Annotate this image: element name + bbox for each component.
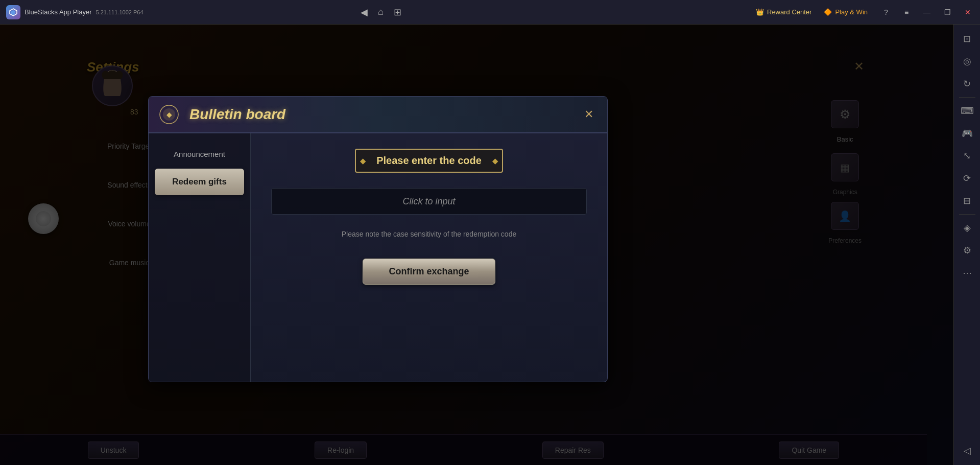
gamepad-icon[interactable]: 🎮: [957, 123, 977, 144]
play-win-label: Play & Win: [835, 8, 868, 16]
modal-body: Announcement Redeem gifts Please enter t…: [149, 133, 607, 382]
nav-tabs-icon[interactable]: ⊞: [394, 7, 401, 18]
right-sidebar: ⊡ ◎ ↻ ⌨ 🎮 ⤡ ⟳ ⊟ ◈ ⚙ ⋯ ◁: [953, 25, 980, 465]
svg-marker-1: [11, 10, 15, 15]
camera-icon[interactable]: ◎: [957, 51, 977, 72]
minimize-button[interactable]: —: [919, 4, 935, 20]
collapse-icon[interactable]: ◁: [957, 440, 977, 461]
code-input-wrapper: Click to input: [271, 188, 587, 215]
titlebar-nav: ◀ ⌂ ⊞: [352, 7, 410, 18]
bulletin-modal: ◆ Bulletin board ✕ Announcement Redeem g…: [148, 96, 608, 382]
sidebar-divider-2: [959, 214, 975, 215]
reward-center-button[interactable]: 👑 Reward Center: [750, 6, 818, 18]
layers-icon[interactable]: ⊟: [957, 191, 977, 211]
modal-title: Bulletin board: [189, 106, 285, 123]
reward-center-label: Reward Center: [767, 8, 811, 16]
close-button[interactable]: ✕: [960, 4, 976, 20]
more-icon[interactable]: ⋯: [957, 263, 977, 283]
screenshot-icon[interactable]: ⊡: [957, 29, 977, 49]
play-win-icon: 🔶: [824, 8, 832, 16]
sidebar-divider-1: [959, 97, 975, 98]
code-note: Please note the case sensitivity of the …: [342, 230, 516, 238]
app-name: BlueStacks App Player: [25, 8, 92, 16]
titlebar: BlueStacks App Player 5.21.111.1002 P64 …: [0, 0, 980, 25]
tab-announcement[interactable]: Announcement: [155, 144, 244, 165]
keyboard-icon[interactable]: ⌨: [957, 101, 977, 121]
modal-close-button[interactable]: ✕: [581, 106, 597, 123]
header-decoration: ◆: [159, 104, 179, 125]
rotate-icon[interactable]: ⟳: [957, 168, 977, 189]
app-version: 5.21.111.1002 P64: [96, 9, 144, 15]
nav-home-icon[interactable]: ⌂: [378, 7, 384, 17]
restore-button[interactable]: ❐: [939, 4, 955, 20]
nav-back-icon[interactable]: ◀: [361, 7, 368, 18]
svg-text:◆: ◆: [166, 110, 172, 119]
reward-center-icon: 👑: [756, 8, 764, 16]
modal-tabs: Announcement Redeem gifts: [149, 133, 251, 382]
scale-icon[interactable]: ⤡: [957, 146, 977, 166]
tab-redeem-gifts[interactable]: Redeem gifts: [155, 169, 244, 195]
modal-content: Please enter the code Click to input Ple…: [251, 133, 607, 382]
game-area: Settings ✕ 83 Priority Target Sound effe…: [0, 25, 953, 465]
bluestacks-logo: [6, 5, 20, 19]
titlebar-actions: ? ≡ — ❐ ✕: [874, 4, 980, 20]
help-button[interactable]: ?: [878, 4, 894, 20]
code-section-title: Please enter the code: [355, 149, 503, 173]
refresh-icon[interactable]: ↻: [957, 74, 977, 94]
modal-header: ◆ Bulletin board ✕: [149, 97, 607, 133]
play-win-button[interactable]: 🔶 Play & Win: [818, 6, 874, 18]
macro-icon[interactable]: ◈: [957, 218, 977, 238]
confirm-exchange-button[interactable]: Confirm exchange: [363, 259, 495, 285]
titlebar-left: BlueStacks App Player 5.21.111.1002 P64: [0, 5, 352, 19]
settings-gear-icon[interactable]: ⚙: [957, 240, 977, 261]
code-input-field[interactable]: Click to input: [271, 188, 587, 215]
menu-button[interactable]: ≡: [898, 4, 915, 20]
